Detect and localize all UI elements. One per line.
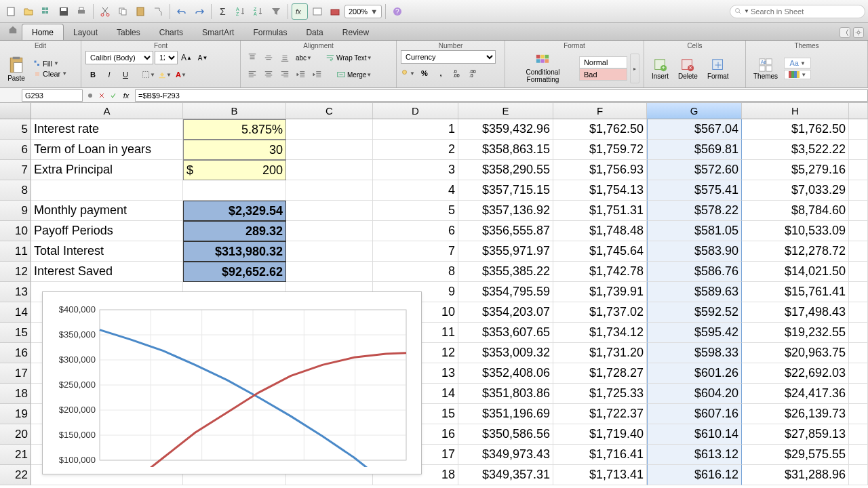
open-icon[interactable] [20, 3, 37, 20]
align-bottom-icon[interactable] [277, 50, 292, 65]
cell[interactable] [849, 343, 868, 363]
align-left-icon[interactable] [245, 67, 260, 82]
col-header-F[interactable]: F [553, 103, 647, 119]
name-box[interactable] [22, 89, 83, 102]
sort-asc-icon[interactable]: AZ [233, 3, 249, 20]
cell[interactable]: $354,795.59 [458, 282, 553, 302]
cell[interactable]: $1,762.50 [742, 119, 849, 140]
col-header-H[interactable]: H [742, 103, 849, 119]
cell[interactable]: $572.60 [647, 160, 742, 180]
cell[interactable]: $10,533.09 [742, 221, 849, 241]
cell[interactable]: $583.90 [647, 241, 742, 262]
cell[interactable]: $1,745.64 [553, 241, 647, 262]
cell[interactable] [849, 221, 868, 241]
cell[interactable]: $357,715.15 [458, 180, 553, 201]
tab-home[interactable]: Home [22, 24, 64, 40]
cell[interactable]: 7 [373, 241, 458, 262]
row-header[interactable]: 13 [0, 282, 31, 302]
row-header[interactable]: 12 [0, 262, 31, 282]
increase-indent-icon[interactable] [310, 67, 325, 82]
cell[interactable]: $601.26 [647, 363, 742, 384]
row-header[interactable]: 5 [0, 119, 31, 140]
cell[interactable]: $22,692.03 [742, 363, 849, 384]
align-right-icon[interactable] [277, 67, 292, 82]
redo-icon[interactable] [191, 3, 208, 20]
cell[interactable]: $607.16 [647, 404, 742, 424]
bold-button[interactable]: B [85, 67, 100, 82]
fill-button[interactable]: Fill▼ [31, 59, 69, 68]
cell[interactable]: $26,139.73 [742, 404, 849, 424]
cell[interactable] [849, 465, 868, 485]
cell[interactable]: $1,751.31 [553, 201, 647, 221]
cell[interactable] [849, 180, 868, 201]
tab-review[interactable]: Review [333, 24, 378, 40]
tab-data[interactable]: Data [296, 24, 332, 40]
zoom-select[interactable]: 200%▼ [344, 5, 382, 18]
cell[interactable]: $1,725.33 [553, 384, 647, 404]
grow-font-icon[interactable]: A▲ [179, 50, 194, 65]
toolbox-icon[interactable] [327, 3, 343, 20]
tab-tables[interactable]: Tables [107, 24, 150, 40]
cell[interactable]: Term of Loan in years [31, 140, 183, 160]
cell[interactable]: $355,385.22 [458, 262, 553, 282]
cell[interactable]: $3,522.22 [742, 140, 849, 160]
cell[interactable]: 4 [373, 180, 458, 201]
cell[interactable] [849, 404, 868, 424]
cell[interactable]: Monthly payment [31, 201, 183, 221]
accept-formula-icon[interactable] [108, 88, 118, 103]
row-header[interactable]: 22 [0, 465, 31, 485]
styles-more-icon[interactable]: ▸ [630, 54, 639, 83]
cell[interactable] [286, 201, 373, 221]
cell[interactable]: $19,232.55 [742, 323, 849, 343]
save-icon[interactable] [56, 3, 72, 20]
theme-colors-button[interactable]: ▼ [784, 70, 811, 79]
cell[interactable] [849, 302, 868, 323]
cell[interactable]: $1,731.20 [553, 343, 647, 363]
row-header[interactable]: 11 [0, 241, 31, 262]
row-header[interactable]: 16 [0, 343, 31, 363]
cell[interactable]: $356,555.87 [458, 221, 553, 241]
cell[interactable]: $1,728.27 [553, 363, 647, 384]
cell[interactable] [286, 140, 373, 160]
cell[interactable]: $578.22 [647, 201, 742, 221]
cell[interactable] [849, 241, 868, 262]
autosum-icon[interactable]: Σ [215, 3, 231, 20]
collapse-ribbon-icon[interactable]: 〈 [840, 27, 850, 38]
search-box[interactable]: ▼ [730, 5, 865, 18]
font-color-button[interactable]: A▼ [174, 67, 189, 82]
fx-icon[interactable]: fx [292, 3, 308, 20]
cell[interactable] [849, 119, 868, 140]
cell[interactable]: $569.81 [647, 140, 742, 160]
cell[interactable]: $613.12 [647, 445, 742, 465]
cell[interactable] [286, 221, 373, 241]
cell[interactable]: 2 [373, 140, 458, 160]
name-box-dd-icon[interactable] [85, 88, 95, 103]
cell[interactable]: $24,417.36 [742, 384, 849, 404]
copy-icon[interactable] [115, 3, 131, 20]
cell[interactable]: $12,278.72 [742, 241, 849, 262]
row-header[interactable]: 21 [0, 445, 31, 465]
cell[interactable] [286, 180, 373, 201]
cell[interactable]: $1,762.50 [553, 119, 647, 140]
tab-smartart[interactable]: SmartArt [193, 24, 243, 40]
comma-button[interactable]: , [433, 66, 448, 81]
merge-button[interactable]: Merge▼ [333, 67, 375, 82]
style-bad[interactable]: Bad [579, 68, 627, 81]
col-header-G[interactable]: G [647, 103, 742, 119]
cell[interactable]: $1,713.41 [553, 465, 647, 485]
row-header[interactable]: 10 [0, 221, 31, 241]
cell[interactable]: $15,761.41 [742, 282, 849, 302]
row-header[interactable]: 6 [0, 140, 31, 160]
col-header-C[interactable]: C [286, 103, 373, 119]
row-header[interactable]: 20 [0, 424, 31, 445]
grid-icon[interactable] [38, 3, 54, 20]
number-format-select[interactable]: Currency [401, 50, 496, 64]
cell[interactable]: $592.52 [647, 302, 742, 323]
cell[interactable]: $313,980.32 [183, 241, 286, 262]
cell[interactable]: $610.14 [647, 424, 742, 445]
underline-button[interactable]: U [118, 67, 133, 82]
cell[interactable]: $351,803.86 [458, 384, 553, 404]
cell[interactable]: 8 [373, 262, 458, 282]
cell[interactable] [849, 363, 868, 384]
cell[interactable]: $1,759.72 [553, 140, 647, 160]
